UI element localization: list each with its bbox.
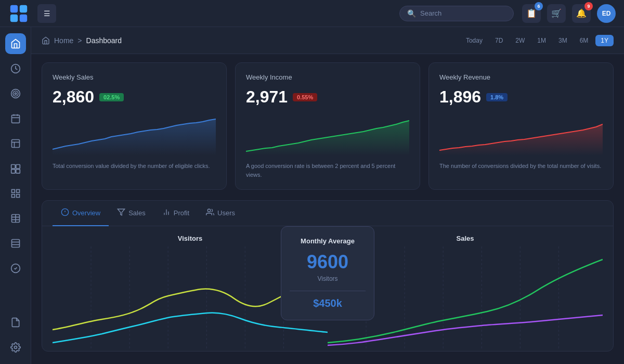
- svg-rect-27: [11, 240, 19, 248]
- weekly-revenue-chart: [439, 114, 603, 155]
- weekly-sales-desc: Total conversion value divided by the nu…: [53, 162, 216, 171]
- svg-rect-19: [11, 190, 15, 193]
- time-filters: Today 7D 2W 1M 3M 6M 1Y: [461, 35, 614, 46]
- clipboard-button[interactable]: 📋 6: [522, 4, 541, 23]
- time-filter-6m[interactable]: 6M: [575, 35, 594, 46]
- breadcrumb-separator: >: [77, 36, 82, 45]
- weekly-revenue-value: 1,896: [439, 87, 481, 107]
- sidebar-item-calendar[interactable]: [5, 108, 26, 129]
- sales-icon: [117, 208, 125, 218]
- sidebar-item-settings[interactable]: [5, 337, 26, 358]
- weekly-sales-badge: 02.5%: [99, 93, 124, 101]
- weekly-sales-title: Weekly Sales: [53, 73, 216, 81]
- svg-rect-21: [16, 194, 19, 198]
- time-filter-1m[interactable]: 1M: [532, 35, 551, 46]
- tab-sales-label: Sales: [128, 209, 146, 217]
- weekly-income-title: Weekly Income: [246, 73, 409, 81]
- svg-rect-0: [10, 5, 18, 12]
- dashboard: Weekly Sales 2,860 02.5%: [31, 54, 624, 364]
- weekly-sales-value: 2,860: [53, 87, 94, 107]
- weekly-revenue-desc: The number of conversions divided by the…: [439, 162, 603, 171]
- svg-rect-2: [10, 14, 18, 21]
- svg-point-6: [13, 91, 18, 96]
- monthly-avg-title: Monthly Average: [290, 237, 366, 245]
- time-filter-today[interactable]: Today: [461, 35, 488, 46]
- avatar[interactable]: ED: [597, 4, 616, 23]
- sidebar-item-home[interactable]: [5, 33, 26, 54]
- weekly-revenue-badge: 1.8%: [486, 93, 508, 101]
- weekly-income-value: 2,971: [246, 87, 288, 107]
- cart-button[interactable]: 🛒: [547, 4, 566, 23]
- clipboard-icon: 📋: [526, 8, 537, 18]
- svg-rect-22: [11, 194, 15, 198]
- hamburger-button[interactable]: ☰: [37, 4, 56, 23]
- topbar-icons: 📋 6 🛒 🔔 9 ED: [522, 4, 616, 23]
- hamburger-icon: ☰: [44, 9, 50, 18]
- topbar: ☰ 🔍 📋 6 🛒 🔔 9 ED: [0, 0, 624, 27]
- logo: [8, 3, 29, 24]
- time-filter-2w[interactable]: 2W: [510, 35, 530, 46]
- content-area: Home > Dashboard Today 7D 2W 1M 3M 6M 1Y…: [31, 27, 624, 364]
- time-filter-7d[interactable]: 7D: [490, 35, 508, 46]
- clipboard-badge: 6: [535, 2, 543, 10]
- svg-rect-15: [11, 165, 15, 169]
- monthly-avg-extra: $450k: [290, 297, 366, 309]
- svg-rect-20: [16, 190, 19, 193]
- time-filter-3m[interactable]: 3M: [553, 35, 573, 46]
- svg-marker-35: [118, 209, 125, 215]
- breadcrumb-bar: Home > Dashboard Today 7D 2W 1M 3M 6M 1Y: [31, 27, 624, 54]
- time-filter-1y[interactable]: 1Y: [595, 35, 614, 46]
- weekly-sales-chart: [53, 114, 216, 155]
- search-input[interactable]: [420, 9, 506, 17]
- svg-point-31: [14, 346, 17, 349]
- svg-rect-17: [11, 170, 15, 174]
- bell-button[interactable]: 🔔 9: [572, 4, 591, 23]
- search-icon: 🔍: [407, 9, 416, 18]
- weekly-sales-card: Weekly Sales 2,860 02.5%: [42, 62, 227, 190]
- profit-icon: [162, 208, 171, 218]
- monthly-avg-value: 9600: [290, 251, 366, 273]
- bell-badge: 9: [584, 2, 593, 10]
- weekly-income-card: Weekly Income 2,971 0.55%: [235, 62, 420, 190]
- sidebar-item-docs[interactable]: [5, 233, 26, 254]
- tab-profit[interactable]: Profit: [154, 201, 198, 226]
- sidebar-item-grid[interactable]: [5, 208, 26, 229]
- weekly-income-chart: [246, 114, 409, 155]
- sidebar: [0, 27, 31, 364]
- sidebar-item-check[interactable]: [5, 258, 26, 279]
- monthly-avg-card: Monthly Average 9600 Visitors $450k: [281, 226, 374, 320]
- breadcrumb: Home > Dashboard: [42, 36, 461, 45]
- sidebar-item-target[interactable]: [5, 83, 26, 104]
- users-icon: [206, 208, 214, 218]
- charts-area: Visitors: [42, 226, 613, 351]
- sidebar-item-dashboard[interactable]: [5, 58, 26, 79]
- cards-row: Weekly Sales 2,860 02.5%: [42, 62, 614, 190]
- svg-rect-16: [16, 165, 20, 169]
- svg-point-39: [207, 209, 210, 212]
- search-bar: 🔍: [399, 6, 514, 21]
- tab-sales[interactable]: Sales: [109, 201, 154, 226]
- tab-users[interactable]: Users: [198, 201, 243, 226]
- overview-icon: [61, 208, 69, 218]
- tab-overview-label: Overview: [72, 209, 100, 217]
- weekly-revenue-card: Weekly Revenue 1,896 1.8%: [428, 62, 614, 190]
- tab-users-label: Users: [217, 209, 235, 217]
- svg-point-7: [15, 93, 16, 94]
- monthly-avg-subtitle: Visitors: [290, 275, 366, 282]
- tab-profit-label: Profit: [174, 209, 189, 217]
- sidebar-item-apps[interactable]: [5, 158, 26, 179]
- breadcrumb-home[interactable]: Home: [54, 36, 73, 45]
- breadcrumb-current: Dashboard: [86, 36, 122, 45]
- sidebar-item-layout[interactable]: [5, 133, 26, 154]
- home-breadcrumb-icon: [42, 36, 50, 45]
- svg-rect-12: [11, 140, 19, 148]
- sidebar-item-files[interactable]: [5, 312, 26, 333]
- svg-rect-3: [20, 14, 27, 21]
- tab-bar: Overview Sales Profit: [42, 201, 613, 226]
- weekly-income-desc: A good conversion rate is between 2 perc…: [246, 162, 409, 179]
- sidebar-item-analytics[interactable]: [5, 183, 26, 204]
- weekly-revenue-title: Weekly Revenue: [439, 73, 603, 81]
- svg-rect-8: [11, 115, 19, 123]
- tab-overview[interactable]: Overview: [53, 201, 109, 226]
- cart-icon: 🛒: [551, 8, 562, 18]
